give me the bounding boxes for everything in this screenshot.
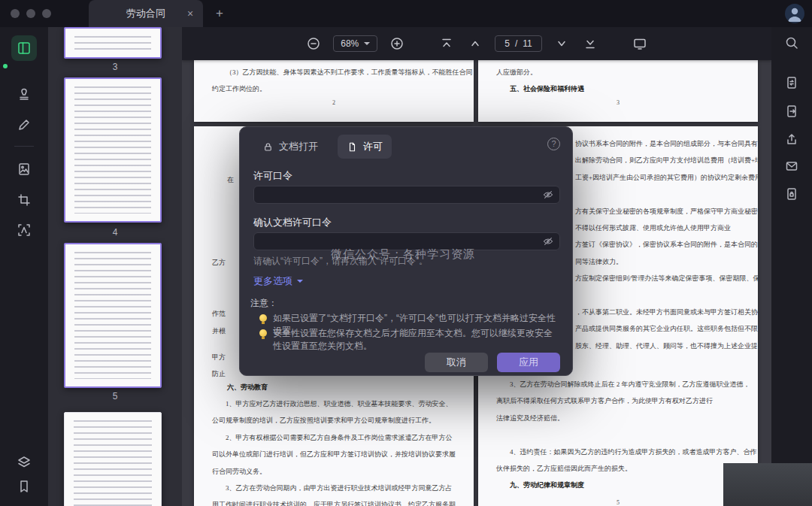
- zoom-level-dropdown[interactable]: 68%: [333, 35, 377, 52]
- convert-button[interactable]: [779, 70, 804, 95]
- tab-label: 许可: [363, 140, 383, 153]
- page-text-line: 同等法律效力。: [575, 253, 758, 270]
- page-text-fragment: 在: [227, 171, 234, 188]
- export-button[interactable]: [779, 98, 804, 124]
- page-number: 2: [194, 95, 474, 111]
- page-media-button[interactable]: [11, 156, 37, 182]
- page-image-icon: [17, 162, 32, 177]
- share-button[interactable]: [779, 126, 804, 152]
- crop-icon: [17, 192, 32, 208]
- thumbnail-label-3: 3: [48, 62, 182, 72]
- permission-password-input[interactable]: [253, 186, 560, 204]
- page-text-line: 离职后不得采取任何方式联系甲方客户合作，为此使甲方有权对乙方进行: [496, 392, 743, 409]
- skip-to-bottom-icon: [583, 36, 598, 51]
- page-text-line: [496, 426, 743, 443]
- page-text-line: 不得以任何形式披露、使用或允许他人使用甲方商业: [575, 220, 758, 236]
- page-paragraph: 2、甲方有权根据公司需要和乙方自身条件及工作岗位需求派遣乙方在甲方公司以外单位或…: [212, 429, 456, 480]
- user-avatar[interactable]: [785, 4, 804, 23]
- skip-to-top-icon: [439, 36, 454, 51]
- last-page-button[interactable]: [581, 35, 599, 53]
- thumbnail-label-5: 5: [48, 391, 182, 401]
- window-minimize-button[interactable]: [26, 9, 35, 18]
- email-button[interactable]: [779, 153, 804, 179]
- thumbnail-content: [74, 252, 151, 379]
- previous-page-button[interactable]: [466, 35, 484, 53]
- lightbulb-icon: [259, 329, 267, 337]
- window-close-button[interactable]: [11, 9, 20, 18]
- left-sidebar: [0, 27, 48, 506]
- confirm-password-label: 确认文档许可口令: [253, 216, 332, 229]
- presentation-mode-button[interactable]: [631, 35, 649, 53]
- permission-doc-icon: [347, 141, 358, 153]
- page-text-block: 协议书系本合同的附件，是本合同的组成部分，与本合同具有出解除劳动合同，则乙方应向…: [575, 135, 758, 354]
- edit-button[interactable]: [11, 112, 37, 138]
- search-icon: [784, 35, 799, 50]
- thumbnails-panel: 3 4 5: [48, 27, 182, 506]
- tab-permission[interactable]: 许可: [338, 135, 392, 159]
- search-button[interactable]: [779, 30, 804, 56]
- page-text-line: 伙伴损失的，乙方应赔偿因此而产生的损失。: [496, 460, 743, 477]
- ocr-button[interactable]: [11, 217, 37, 243]
- page-text-line: 方签订《保密协议》，保密协议系本合同的附件，是本合同的: [575, 236, 758, 253]
- layers-button[interactable]: [11, 450, 37, 475]
- page-text-line: 4、违约责任：如果因为乙方的违约行为造成甲方损失的，或者造成甲方客户、合作: [496, 444, 743, 460]
- thumbnails-icon: [17, 41, 32, 56]
- thumbnail-page-5[interactable]: [64, 243, 162, 388]
- window-zoom-button[interactable]: [42, 9, 51, 18]
- permission-password-label: 许可口令: [253, 169, 292, 183]
- zoom-out-icon: [306, 36, 321, 51]
- page-indicator[interactable]: 5 / 11: [495, 35, 542, 52]
- thumbnails-panel-button[interactable]: [11, 35, 37, 61]
- page-divider: /: [515, 38, 517, 49]
- protect-button[interactable]: [779, 181, 804, 207]
- page-text-fragment: 作范: [212, 305, 226, 322]
- envelope-icon: [784, 159, 799, 174]
- page-text-line: 出解除劳动合同，则乙方应向甲方支付培训总费用（培训费+培: [575, 152, 758, 168]
- tab-document-open[interactable]: 文档打开: [253, 135, 327, 159]
- bookmark-button[interactable]: [11, 474, 37, 499]
- pencil-icon: [17, 117, 32, 132]
- rail-divider: [14, 146, 34, 147]
- document-viewer: 68% 5 / 11 （3）乙方因技能、身体等因素达不到工作要求，工: [182, 27, 771, 506]
- page-paragraph: 3、乙方在劳动合同期内，由甲方出资进行职业技术培训或经甲方同意乙方占用工作时间进…: [212, 480, 456, 506]
- titlebar: 劳动合同 × +: [0, 0, 812, 27]
- close-tab-icon[interactable]: ×: [184, 8, 196, 20]
- page-total-value: 11: [523, 38, 532, 49]
- organize-pages-button[interactable]: [11, 187, 37, 213]
- more-options-label: 更多选项: [253, 274, 292, 288]
- confirm-password-input[interactable]: [253, 232, 560, 250]
- page-text-line: 股东、经理、助理、代理人、顾问等，也不得擅为上述企业提供: [575, 338, 758, 354]
- eye-off-icon[interactable]: [542, 189, 554, 201]
- lock-icon: [262, 141, 274, 153]
- cancel-button[interactable]: 取消: [425, 353, 488, 372]
- apply-button[interactable]: 应用: [497, 353, 560, 372]
- zoom-level-value: 68%: [341, 38, 359, 49]
- thumbnail-page-6[interactable]: [64, 412, 162, 506]
- doc-export-icon: [784, 104, 799, 119]
- tab-label: 文档打开: [279, 140, 318, 153]
- first-page-button[interactable]: [438, 35, 456, 53]
- page-text-line: ，不从事第二职业。未经甲方书面同意或未与甲方签订相关协议，: [575, 304, 758, 320]
- monitor-icon: [632, 36, 647, 51]
- page-text-line: [575, 287, 758, 304]
- page-text-line: 方应制定保密细则/管理办法等来确定保密事项、保密期限、保: [575, 270, 758, 286]
- zoom-in-button[interactable]: [388, 35, 406, 53]
- zoom-out-button[interactable]: [304, 35, 323, 53]
- page-text-line: 九、劳动纪律和规章制度: [496, 477, 743, 493]
- more-options-link[interactable]: 更多选项: [253, 274, 303, 288]
- page-current-value[interactable]: 5: [504, 38, 510, 49]
- document-tab[interactable]: 劳动合同 ×: [89, 0, 203, 27]
- doc-lock-icon: [784, 186, 799, 201]
- page-text-line: 人应缴部分。: [496, 64, 740, 80]
- help-button[interactable]: ?: [547, 138, 560, 150]
- pip-overlay[interactable]: [723, 463, 812, 506]
- next-page-button[interactable]: [553, 35, 571, 53]
- thumbnail-page-4[interactable]: [64, 77, 162, 223]
- page-text-fragment: 防止: [212, 365, 226, 382]
- chevron-up-icon: [468, 36, 483, 51]
- eye-off-icon[interactable]: [542, 235, 554, 247]
- window-controls: [11, 9, 51, 18]
- annotate-button[interactable]: [11, 81, 37, 107]
- new-tab-button[interactable]: +: [212, 6, 227, 21]
- thumbnail-page-3[interactable]: [64, 27, 162, 59]
